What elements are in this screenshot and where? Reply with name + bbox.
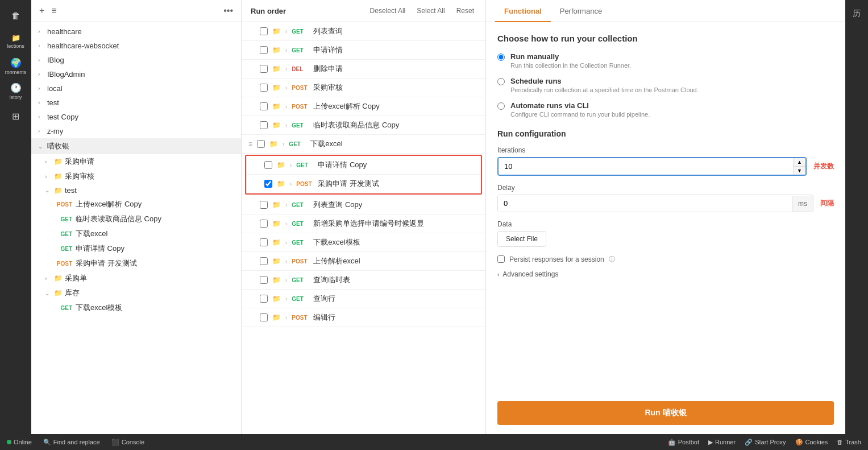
select-all-button[interactable]: Select All (414, 6, 447, 16)
start-proxy-button[interactable]: 🔗 Start Proxy (745, 439, 786, 446)
run-manually-radio[interactable] (497, 53, 505, 61)
delay-input[interactable] (498, 195, 792, 212)
collection-name: healthcare (47, 27, 82, 36)
deep-item-1[interactable]: POST 上传excel解析 Copy (31, 197, 241, 212)
arrow-icon: › (285, 258, 287, 265)
collection-item-healthcare-websocket[interactable]: › healthcare-websocket (31, 39, 241, 53)
nested-item-caigou-shenhe[interactable]: › 📁 采购审核 (31, 169, 241, 184)
nested-item-caigou-shenqing[interactable]: › 📁 采购申请 (31, 154, 241, 169)
nested-item-kucun[interactable]: ⌄ 📁 库存 (31, 286, 241, 300)
history-icon[interactable]: 🕐 istory (5, 80, 27, 102)
run-item-1: 📁 › GET 列表查询 (242, 22, 485, 41)
run-item-checkbox-9[interactable] (264, 180, 272, 188)
run-item-checkbox-16[interactable] (260, 313, 268, 321)
apps-icon[interactable]: ⊞ (5, 105, 27, 127)
deep-item-4[interactable]: GET 申请详情 Copy (31, 241, 241, 256)
collection-item-test[interactable]: › test (31, 96, 241, 110)
run-item-checkbox-7[interactable] (257, 140, 265, 148)
trash-button[interactable]: 🗑 Trash (837, 439, 861, 445)
run-item-checkbox-3[interactable] (260, 65, 268, 73)
run-button[interactable]: Run 喵收银 (497, 401, 834, 425)
history-right-icon[interactable]: 历 (848, 5, 866, 23)
chevron-right-icon: › (38, 114, 45, 120)
run-item-checkbox-5[interactable] (260, 102, 268, 110)
item-name: 查询行 (313, 294, 479, 304)
collection-item-local[interactable]: › local (31, 81, 241, 96)
bottom-right-items: 🤖 Postbot ▶ Runner 🔗 Start Proxy 🍪 Cooki… (668, 439, 861, 446)
run-item-checkbox-12[interactable] (260, 238, 268, 246)
method-badge: POST (292, 104, 309, 110)
deselect-all-button[interactable]: Deselect All (368, 6, 408, 16)
folder-icon: 📁 (272, 121, 281, 129)
postbot-button[interactable]: 🤖 Postbot (668, 439, 699, 446)
run-item-checkbox-4[interactable] (260, 84, 268, 92)
run-option-schedule[interactable]: Schedule runs Periodically run collectio… (497, 77, 834, 93)
collection-item-healthcare[interactable]: › healthcare (31, 24, 241, 39)
arrow-icon: › (285, 240, 287, 246)
nested-item-caigoudan[interactable]: › 📁 采购单 (31, 271, 241, 286)
runner-button[interactable]: ▶ Runner (708, 439, 736, 446)
folder-name: test (65, 186, 77, 195)
automate-cli-radio[interactable] (497, 102, 505, 110)
deep-item-3[interactable]: GET 下载excel (31, 226, 241, 241)
arrow-icon: › (285, 104, 287, 110)
find-replace-button[interactable]: 🔍 Find and replace (43, 439, 100, 446)
more-options-button[interactable]: ••• (222, 5, 234, 17)
run-item-checkbox-6[interactable] (260, 121, 268, 129)
deep-item-kc1[interactable]: GET 下载excel模板 (31, 300, 241, 315)
run-item-checkbox-2[interactable] (260, 46, 268, 54)
run-item-checkbox-14[interactable] (260, 276, 268, 284)
run-item-12: 📁 › GET 下载excel模板 (242, 233, 485, 252)
persist-checkbox[interactable] (497, 255, 505, 263)
run-option-cli[interactable]: Automate runs via CLI Configure CLI comm… (497, 101, 834, 118)
collections-panel: + ≡ ••• › healthcare › healthcare-websoc… (31, 0, 242, 434)
collection-name: 喵收银 (47, 141, 69, 151)
collection-item-z-my[interactable]: › z-my (31, 124, 241, 138)
add-collection-button[interactable]: + (38, 5, 45, 17)
run-item-checkbox-13[interactable] (260, 257, 268, 265)
collection-item-test-copy[interactable]: › test Copy (31, 110, 241, 124)
advanced-settings[interactable]: › Advanced settings (497, 270, 834, 278)
collection-item-iblog[interactable]: › IBlog (31, 53, 241, 67)
collection-item-miao[interactable]: ⌄ 喵收银 (31, 138, 241, 154)
collections-icon[interactable]: 📁 lections (5, 30, 27, 52)
run-item-4: 📁 › POST 采购审核 (242, 79, 485, 97)
decrement-button[interactable]: ▼ (794, 167, 805, 175)
run-item-checkbox-1[interactable] (260, 27, 268, 35)
trash-icon-sidebar[interactable]: 🗑 (5, 5, 27, 27)
iterations-input[interactable] (499, 158, 793, 175)
chevron-right-icon: › (38, 85, 45, 92)
collection-item-iblogadmin[interactable]: › IBlogAdmin (31, 67, 241, 81)
online-indicator[interactable]: Online (7, 439, 32, 445)
schedule-runs-radio[interactable] (497, 78, 505, 85)
run-item-checkbox-15[interactable] (260, 295, 268, 303)
run-option-manually[interactable]: Run manually Run this collection in the … (497, 52, 834, 69)
arrow-icon: › (285, 28, 287, 35)
increment-button[interactable]: ▲ (794, 158, 805, 167)
deep-item-2[interactable]: GET 临时表读取商品信息 Copy (31, 212, 241, 226)
run-item-14: 📁 › GET 查询临时表 (242, 271, 485, 290)
collections-header: + ≡ ••• (31, 0, 241, 22)
tab-performance[interactable]: Performance (551, 0, 611, 22)
persist-label[interactable]: Persist responses for a session (509, 255, 604, 263)
collection-name: test Copy (47, 113, 78, 121)
environments-icon[interactable]: 🌍 ronments (5, 55, 27, 77)
nested-item-test[interactable]: ⌄ 📁 test (31, 184, 241, 197)
folder-icon: 📁 (54, 274, 63, 282)
select-file-button[interactable]: Select File (497, 231, 546, 247)
run-item-checkbox-10[interactable] (260, 201, 268, 209)
run-order-header: Run order Deselect All Select All Reset (242, 0, 485, 22)
deep-item-5[interactable]: POST 采购申请 开发测试 (31, 256, 241, 271)
run-item-checkbox-8[interactable] (264, 161, 272, 169)
filter-button[interactable]: ≡ (50, 5, 57, 17)
console-button[interactable]: ⬛ Console (111, 439, 144, 446)
item-name: 编辑行 (313, 312, 479, 323)
tab-functional[interactable]: Functional (495, 0, 551, 22)
folder-icon: 📁 (272, 295, 281, 303)
drag-handle[interactable]: ≡ (248, 140, 252, 148)
delay-label: Delay (497, 184, 834, 192)
folder-icon: 📁 (272, 84, 281, 92)
cookies-button[interactable]: 🍪 Cookies (795, 439, 828, 446)
reset-button[interactable]: Reset (454, 6, 476, 16)
run-item-checkbox-11[interactable] (260, 220, 268, 228)
